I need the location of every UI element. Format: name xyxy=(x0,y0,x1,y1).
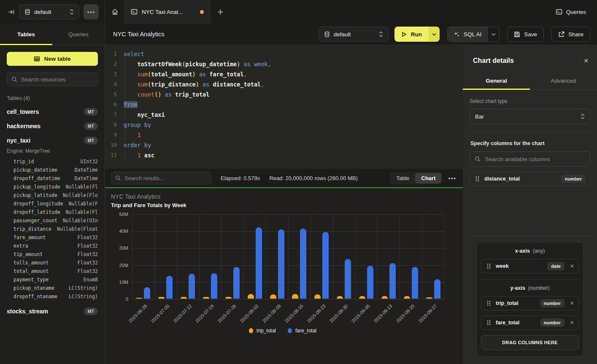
bar-fare_total[interactable] xyxy=(300,229,306,299)
bar-trip_total[interactable] xyxy=(248,294,254,299)
sql-ai-button[interactable]: SQL AI xyxy=(448,27,487,41)
bar-group[interactable] xyxy=(311,214,333,299)
editor-line[interactable]: 2 toStartOfWeek(pickup_datetime) as week… xyxy=(105,59,463,69)
column-row[interactable]: payment_type Enum8 xyxy=(7,275,98,284)
bar-trip_total[interactable] xyxy=(426,297,432,299)
column-chip-distance_total[interactable]: distance_totalnumber xyxy=(470,172,590,186)
bar-fare_total[interactable] xyxy=(367,266,373,299)
bar-group[interactable] xyxy=(333,214,355,299)
column-row[interactable]: pickup_datetime DateTime xyxy=(7,166,98,174)
bar-group[interactable] xyxy=(355,214,378,299)
bar-fare_total[interactable] xyxy=(434,279,440,299)
legend-item-fare_total[interactable]: fare_total xyxy=(288,328,316,334)
bar-fare_total[interactable] xyxy=(256,227,262,299)
search-resources-input[interactable] xyxy=(7,73,98,86)
bar-fare_total[interactable] xyxy=(412,267,418,299)
bar-trip_total[interactable] xyxy=(136,298,142,299)
editor-line[interactable]: 11 1 asc xyxy=(105,150,463,160)
bar-fare_total[interactable] xyxy=(144,287,150,299)
table-row[interactable]: cell_towers MT xyxy=(7,108,98,116)
bar-group[interactable] xyxy=(422,214,444,299)
editor-line[interactable]: 7 nyc_taxi xyxy=(105,110,463,120)
bar-group[interactable] xyxy=(243,214,266,299)
bar-group[interactable] xyxy=(154,214,177,299)
bar-fare_total[interactable] xyxy=(345,259,351,299)
bar-fare_total[interactable] xyxy=(189,274,195,299)
bar-trip_total[interactable] xyxy=(203,297,209,299)
drag-columns-dropzone[interactable]: DRAG COLUMNS HERE xyxy=(481,335,579,350)
chart-type-select[interactable]: Bar xyxy=(470,109,590,124)
table-row[interactable]: stocks_stream MT xyxy=(7,307,98,315)
column-chip-week[interactable]: weekdate✕ xyxy=(481,259,579,273)
sidebar-more-button[interactable]: ••• xyxy=(84,4,99,19)
bar-trip_total[interactable] xyxy=(225,297,232,299)
bar-fare_total[interactable] xyxy=(322,232,329,299)
column-row[interactable]: pickup_latitude Nullable(Flo xyxy=(7,191,98,200)
column-chip-fare_total[interactable]: fare_totalnumber✕ xyxy=(481,315,579,330)
column-row[interactable]: tolls_amount Float32 xyxy=(7,259,98,267)
chart-legend[interactable]: trip_totalfare_total xyxy=(111,328,454,334)
sidebar-collapse-icon[interactable] xyxy=(8,8,15,16)
bar-trip_total[interactable] xyxy=(270,294,276,299)
tab-general[interactable]: General xyxy=(463,73,530,89)
bar-group[interactable] xyxy=(199,214,222,299)
table-row[interactable]: hackernews MT xyxy=(7,122,98,130)
results-more-button[interactable]: ••• xyxy=(448,175,456,182)
bar-fare_total[interactable] xyxy=(233,267,240,299)
new-table-button[interactable]: New table xyxy=(7,52,98,66)
editor-line[interactable]: 4 sum(trip_distance) as distance_total, xyxy=(105,79,463,89)
table-row[interactable]: nyc_taxi MT xyxy=(7,137,98,144)
column-row[interactable]: pickup_ntaname LC(String) xyxy=(7,284,98,292)
bar-group[interactable] xyxy=(177,214,199,299)
bar-fare_total[interactable] xyxy=(389,263,396,299)
share-button[interactable]: Share xyxy=(551,27,590,42)
bar-fare_total[interactable] xyxy=(211,273,217,299)
sql-editor[interactable]: 1select2 toStartOfWeek(pickup_datetime) … xyxy=(105,45,463,169)
remove-icon[interactable]: ✕ xyxy=(570,263,574,269)
editor-line[interactable]: 5 count() as trip_total xyxy=(105,89,463,100)
editor-line[interactable]: 10order by xyxy=(105,140,463,150)
bar-fare_total[interactable] xyxy=(166,276,173,299)
remove-icon[interactable]: ✕ xyxy=(570,320,574,326)
sql-ai-options-button[interactable] xyxy=(487,27,499,41)
column-row[interactable]: passenger_count Nullable(UIn xyxy=(7,216,98,225)
column-row[interactable]: total_amount Float32 xyxy=(7,267,98,275)
save-button[interactable]: Save xyxy=(507,27,544,42)
bar-trip_total[interactable] xyxy=(337,296,343,299)
home-button[interactable] xyxy=(105,0,125,24)
editor-line[interactable]: 8group by xyxy=(105,120,463,130)
tab-nyc-taxi-analytics[interactable]: NYC Taxi Anal... xyxy=(125,0,210,24)
search-columns-input[interactable] xyxy=(470,151,590,167)
tab-advanced[interactable]: Advanced xyxy=(530,73,597,89)
toggle-table[interactable]: Table xyxy=(390,173,415,183)
bar-group[interactable] xyxy=(221,214,243,299)
bar-trip_total[interactable] xyxy=(292,294,298,299)
editor-line[interactable]: 1select xyxy=(105,49,463,59)
bar-group[interactable] xyxy=(377,214,400,299)
run-options-button[interactable] xyxy=(429,27,440,42)
toggle-chart[interactable]: Chart xyxy=(415,173,441,183)
new-tab-button[interactable] xyxy=(210,0,230,24)
close-icon[interactable]: ✕ xyxy=(583,57,589,64)
search-results-input[interactable] xyxy=(111,172,211,184)
bar-group[interactable] xyxy=(400,214,422,299)
run-button[interactable]: Run xyxy=(394,27,429,42)
queries-button[interactable]: Queries xyxy=(545,0,597,24)
column-row[interactable]: tip_amount Float32 xyxy=(7,250,98,259)
bar-trip_total[interactable] xyxy=(381,296,388,299)
column-row[interactable]: dropoff_ntaname LC(String) xyxy=(7,292,98,301)
editor-line[interactable]: 9 1 xyxy=(105,130,463,140)
bar-trip_total[interactable] xyxy=(314,294,321,299)
editor-line[interactable]: 6from xyxy=(105,100,463,110)
column-row[interactable]: extra Float32 xyxy=(7,242,98,250)
bar-group[interactable] xyxy=(288,214,311,299)
bar-group[interactable] xyxy=(132,214,154,299)
column-row[interactable]: dropoff_datetime DateTime xyxy=(7,174,98,183)
bar-trip_total[interactable] xyxy=(158,297,165,299)
column-row[interactable]: dropoff_latitude Nullable(Fl xyxy=(7,208,98,216)
remove-icon[interactable]: ✕ xyxy=(570,300,574,306)
bar-group[interactable] xyxy=(266,214,288,299)
column-row[interactable]: trip_distance Nullable(Float xyxy=(7,225,98,233)
sidebar-tab-queries[interactable]: Queries xyxy=(52,24,105,45)
run-database-selector[interactable]: default xyxy=(319,27,389,42)
